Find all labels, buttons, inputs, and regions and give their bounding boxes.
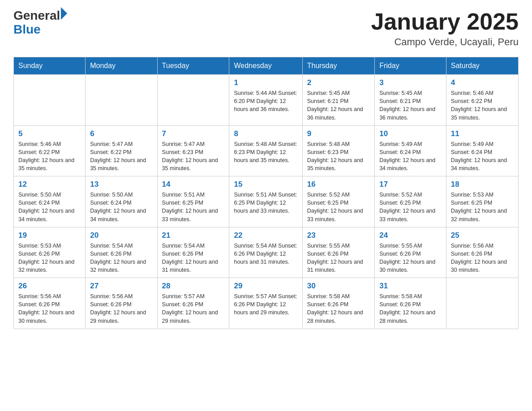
calendar-week-3: 12Sunrise: 5:50 AM Sunset: 6:24 PM Dayli…: [14, 176, 519, 227]
calendar-cell: 9Sunrise: 5:48 AM Sunset: 6:23 PM Daylig…: [302, 125, 374, 176]
weekday-header-row: SundayMondayTuesdayWednesdayThursdayFrid…: [14, 57, 519, 75]
calendar-cell: 29Sunrise: 5:57 AM Sunset: 6:26 PM Dayli…: [229, 278, 302, 329]
day-number: 31: [379, 282, 442, 291]
day-info: Sunrise: 5:45 AM Sunset: 6:21 PM Dayligh…: [379, 89, 442, 122]
weekday-header-friday: Friday: [375, 57, 446, 75]
calendar-week-5: 26Sunrise: 5:56 AM Sunset: 6:26 PM Dayli…: [14, 278, 519, 329]
calendar-cell: [86, 75, 157, 126]
calendar-cell: 24Sunrise: 5:55 AM Sunset: 6:26 PM Dayli…: [375, 227, 446, 278]
day-info: Sunrise: 5:53 AM Sunset: 6:25 PM Dayligh…: [451, 191, 514, 223]
day-info: Sunrise: 5:56 AM Sunset: 6:26 PM Dayligh…: [451, 242, 514, 274]
calendar-cell: 6Sunrise: 5:47 AM Sunset: 6:22 PM Daylig…: [86, 125, 157, 176]
calendar-cell: 10Sunrise: 5:49 AM Sunset: 6:24 PM Dayli…: [375, 125, 446, 176]
day-number: 7: [162, 129, 225, 138]
calendar-cell: 28Sunrise: 5:57 AM Sunset: 6:26 PM Dayli…: [157, 278, 229, 329]
day-number: 18: [451, 180, 514, 189]
month-title: January 2025: [371, 9, 519, 34]
day-info: Sunrise: 5:49 AM Sunset: 6:24 PM Dayligh…: [451, 140, 514, 173]
day-number: 21: [162, 231, 225, 240]
day-info: Sunrise: 5:44 AM Sunset: 6:20 PM Dayligh…: [234, 89, 297, 113]
weekday-header-sunday: Sunday: [14, 57, 86, 75]
calendar-cell: 21Sunrise: 5:54 AM Sunset: 6:26 PM Dayli…: [157, 227, 229, 278]
day-info: Sunrise: 5:57 AM Sunset: 6:26 PM Dayligh…: [234, 292, 297, 317]
page-header: General Blue January 2025 Campo Verde, U…: [13, 9, 519, 48]
calendar-cell: 3Sunrise: 5:45 AM Sunset: 6:21 PM Daylig…: [375, 75, 446, 126]
day-number: 20: [90, 231, 152, 240]
day-info: Sunrise: 5:50 AM Sunset: 6:24 PM Dayligh…: [18, 191, 81, 223]
day-number: 17: [379, 180, 442, 189]
day-number: 30: [307, 282, 370, 291]
day-info: Sunrise: 5:51 AM Sunset: 6:25 PM Dayligh…: [234, 191, 297, 215]
day-info: Sunrise: 5:53 AM Sunset: 6:26 PM Dayligh…: [18, 242, 81, 274]
day-info: Sunrise: 5:57 AM Sunset: 6:26 PM Dayligh…: [162, 292, 225, 325]
day-number: 14: [162, 180, 225, 189]
calendar-cell: 13Sunrise: 5:50 AM Sunset: 6:24 PM Dayli…: [86, 176, 157, 227]
calendar-cell: 18Sunrise: 5:53 AM Sunset: 6:25 PM Dayli…: [446, 176, 518, 227]
calendar-cell: 23Sunrise: 5:55 AM Sunset: 6:26 PM Dayli…: [302, 227, 374, 278]
calendar-table: SundayMondayTuesdayWednesdayThursdayFrid…: [13, 57, 519, 329]
day-info: Sunrise: 5:55 AM Sunset: 6:26 PM Dayligh…: [379, 242, 442, 274]
logo-text: General Blue: [13, 9, 67, 37]
calendar-cell: 19Sunrise: 5:53 AM Sunset: 6:26 PM Dayli…: [14, 227, 86, 278]
day-number: 3: [379, 78, 442, 87]
weekday-header-monday: Monday: [86, 57, 157, 75]
day-info: Sunrise: 5:52 AM Sunset: 6:25 PM Dayligh…: [379, 191, 442, 223]
calendar-body: 1Sunrise: 5:44 AM Sunset: 6:20 PM Daylig…: [14, 75, 519, 329]
day-number: 27: [90, 282, 152, 291]
day-number: 15: [234, 180, 297, 189]
weekday-header-saturday: Saturday: [446, 57, 518, 75]
day-number: 6: [90, 129, 152, 138]
day-number: 29: [234, 282, 297, 291]
day-number: 24: [379, 231, 442, 240]
day-number: 4: [451, 78, 514, 87]
calendar-week-4: 19Sunrise: 5:53 AM Sunset: 6:26 PM Dayli…: [14, 227, 519, 278]
day-info: Sunrise: 5:47 AM Sunset: 6:23 PM Dayligh…: [162, 140, 225, 173]
day-info: Sunrise: 5:58 AM Sunset: 6:26 PM Dayligh…: [379, 292, 442, 325]
day-number: 11: [451, 129, 514, 138]
calendar-week-1: 1Sunrise: 5:44 AM Sunset: 6:20 PM Daylig…: [14, 75, 519, 126]
calendar-cell: 17Sunrise: 5:52 AM Sunset: 6:25 PM Dayli…: [375, 176, 446, 227]
calendar-cell: 25Sunrise: 5:56 AM Sunset: 6:26 PM Dayli…: [446, 227, 518, 278]
calendar-cell: 8Sunrise: 5:48 AM Sunset: 6:23 PM Daylig…: [229, 125, 302, 176]
calendar-cell: 26Sunrise: 5:56 AM Sunset: 6:26 PM Dayli…: [14, 278, 86, 329]
weekday-header-thursday: Thursday: [302, 57, 374, 75]
day-info: Sunrise: 5:48 AM Sunset: 6:23 PM Dayligh…: [307, 140, 370, 173]
day-number: 2: [307, 78, 370, 87]
weekday-header-tuesday: Tuesday: [157, 57, 229, 75]
day-number: 13: [90, 180, 152, 189]
day-number: 5: [18, 129, 81, 138]
calendar-cell: 27Sunrise: 5:56 AM Sunset: 6:26 PM Dayli…: [86, 278, 157, 329]
calendar-cell: [14, 75, 86, 126]
day-number: 12: [18, 180, 81, 189]
calendar-cell: 5Sunrise: 5:46 AM Sunset: 6:22 PM Daylig…: [14, 125, 86, 176]
logo-blue: Blue: [13, 23, 67, 37]
calendar-cell: 30Sunrise: 5:58 AM Sunset: 6:26 PM Dayli…: [302, 278, 374, 329]
day-number: 25: [451, 231, 514, 240]
day-info: Sunrise: 5:46 AM Sunset: 6:22 PM Dayligh…: [451, 89, 514, 122]
day-info: Sunrise: 5:54 AM Sunset: 6:26 PM Dayligh…: [90, 242, 152, 274]
day-info: Sunrise: 5:56 AM Sunset: 6:26 PM Dayligh…: [18, 292, 81, 325]
day-info: Sunrise: 5:52 AM Sunset: 6:25 PM Dayligh…: [307, 191, 370, 223]
day-info: Sunrise: 5:56 AM Sunset: 6:26 PM Dayligh…: [90, 292, 152, 325]
day-info: Sunrise: 5:46 AM Sunset: 6:22 PM Dayligh…: [18, 140, 81, 173]
logo: General Blue: [13, 9, 67, 37]
day-number: 28: [162, 282, 225, 291]
day-info: Sunrise: 5:55 AM Sunset: 6:26 PM Dayligh…: [307, 242, 370, 274]
day-number: 23: [307, 231, 370, 240]
day-info: Sunrise: 5:48 AM Sunset: 6:23 PM Dayligh…: [234, 140, 297, 164]
day-info: Sunrise: 5:47 AM Sunset: 6:22 PM Dayligh…: [90, 140, 152, 173]
day-number: 22: [234, 231, 297, 240]
day-number: 16: [307, 180, 370, 189]
calendar-cell: 22Sunrise: 5:54 AM Sunset: 6:26 PM Dayli…: [229, 227, 302, 278]
day-info: Sunrise: 5:54 AM Sunset: 6:26 PM Dayligh…: [234, 242, 297, 266]
calendar-cell: 11Sunrise: 5:49 AM Sunset: 6:24 PM Dayli…: [446, 125, 518, 176]
day-number: 26: [18, 282, 81, 291]
calendar-week-2: 5Sunrise: 5:46 AM Sunset: 6:22 PM Daylig…: [14, 125, 519, 176]
calendar-cell: 31Sunrise: 5:58 AM Sunset: 6:26 PM Dayli…: [375, 278, 446, 329]
day-number: 8: [234, 129, 297, 138]
calendar-cell: [446, 278, 518, 329]
day-info: Sunrise: 5:51 AM Sunset: 6:25 PM Dayligh…: [162, 191, 225, 223]
logo-general: General: [13, 9, 60, 23]
calendar-cell: 12Sunrise: 5:50 AM Sunset: 6:24 PM Dayli…: [14, 176, 86, 227]
day-info: Sunrise: 5:49 AM Sunset: 6:24 PM Dayligh…: [379, 140, 442, 173]
